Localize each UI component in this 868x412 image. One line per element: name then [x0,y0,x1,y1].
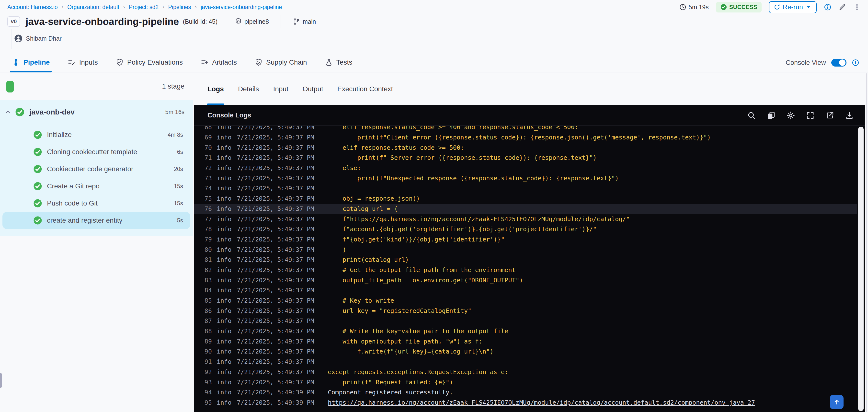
log-timestamp: 7/21/2025, 5:49:37 PM [237,195,315,202]
log-row-95: 95info7/21/2025, 5:49:39 PMhttps://qa.ha… [194,398,857,408]
clock-icon [679,4,686,10]
log-panel: LogsDetailsInputOutputExecution Context … [194,73,868,412]
chevron-up-icon[interactable] [4,108,11,116]
log-message: ) [328,246,346,253]
log-tab-output[interactable]: Output [303,73,323,105]
run-duration: 5m 19s [679,4,709,11]
log-level: info [217,154,231,161]
supply-chain-icon [254,58,263,67]
tab-policy-evaluations[interactable]: Policy Evaluations [116,53,183,72]
breadcrumb-link-organization-default[interactable]: Organization: default [67,4,119,10]
log-row-90: 90info7/21/2025, 5:49:37 PM f.write(f"{u… [194,346,857,357]
success-check-icon [11,107,25,117]
log-level: info [217,369,231,376]
settings-icon[interactable] [786,111,795,120]
avatar [14,34,23,42]
log-timestamp: 7/21/2025, 5:49:37 PM [237,134,315,141]
log-message: with open(output_file_path, "w") as f: [328,338,483,345]
step-item-push-code-to-git[interactable]: Push code to Git15s [0,195,193,212]
log-level: info [217,164,231,171]
branch-name: main [303,18,316,25]
step-item-initialize[interactable]: Initialize4m 8s [0,126,193,144]
step-duration: 4m 8s [167,132,183,138]
console-scrollbar-thumb[interactable] [858,127,864,411]
log-list: 68info7/21/2025, 5:49:37 PM elif respons… [194,126,857,408]
log-tab-execution-context[interactable]: Execution Context [337,73,393,105]
success-check-icon [33,199,42,208]
log-tab-details[interactable]: Details [238,73,259,105]
step-item-create-and-register-entity[interactable]: create and register entity5s [2,212,190,229]
log-timestamp: 7/21/2025, 5:49:37 PM [237,307,315,314]
search-icon[interactable] [747,111,756,120]
tab-tests[interactable]: Tests [324,53,352,72]
copy-icon[interactable] [767,111,776,120]
download-icon[interactable] [845,111,854,120]
log-link[interactable]: https://qa.harness.io/ng/account/zEaak-F… [350,216,626,223]
log-line-number: 68 [194,126,212,131]
stage-row[interactable]: java-onb-dev 5m 16s [0,100,193,124]
log-timestamp: 7/21/2025, 5:49:37 PM [237,175,315,182]
breadcrumb-separator: › [123,4,125,10]
step-name: Cloning cookiecutter template [47,148,177,156]
success-check-icon [33,165,42,173]
log-line-number: 84 [194,287,212,294]
log-timestamp: 7/21/2025, 5:49:37 PM [237,154,315,161]
log-timestamp: 7/21/2025, 5:49:37 PM [237,236,315,243]
log-line-number: 93 [194,379,212,386]
run-meta: 5m 19s SUCCESS Re-run [679,1,861,13]
log-timestamp: 7/21/2025, 5:49:37 PM [237,348,315,355]
log-line-number: 71 [194,154,212,161]
step-duration: 6s [177,149,183,155]
step-name: Cookiecutter code generator [47,165,174,173]
log-message: obj = response.json() [328,195,420,202]
log-message: catalog_url = ( [328,205,398,212]
console-view-info-icon[interactable] [852,59,859,66]
step-name: Push code to Git [47,199,174,207]
stage-status-square[interactable] [6,81,14,93]
console-view-toggle[interactable] [831,59,846,67]
log-line-number: 87 [194,317,212,324]
log-row-86: 86info7/21/2025, 5:49:37 PM url_key = "r… [194,306,857,316]
tab-artifacts[interactable]: Artifacts [200,53,237,72]
log-link[interactable]: https://qa.harness.io/ng/account/zEaak-F… [328,399,755,406]
tab-pipeline[interactable]: Pipeline [12,53,50,72]
log-message: else: [328,164,361,171]
repo-chip[interactable]: pipeline8 [235,18,269,25]
rerun-button[interactable]: Re-run [769,1,817,13]
log-tab-logs[interactable]: Logs [208,73,224,105]
log-tab-input[interactable]: Input [273,73,288,105]
inputs-icon [67,58,75,67]
tab-inputs[interactable]: Inputs [67,53,98,72]
step-name: create and register entity [47,217,177,224]
breadcrumb-link-pipelines[interactable]: Pipelines [168,4,191,10]
step-item-cookiecutter-code-generator[interactable]: Cookiecutter code generator20s [0,160,193,178]
log-message: print(f" Request failed: {e}") [328,379,453,386]
breadcrumb-link-project-sd2[interactable]: Project: sd2 [129,4,158,10]
stage-name: java-onb-dev [29,108,165,116]
log-message: print(f"Client error ({response.status_c… [328,134,711,141]
log-line-number: 73 [194,175,212,182]
timeline-connector [11,29,11,49]
log-message: https://qa.harness.io/ng/account/zEaak-F… [328,399,755,406]
step-item-cloning-cookiecutter-template[interactable]: Cloning cookiecutter template6s [0,144,193,160]
log-level: info [217,307,231,314]
open-in-new-icon[interactable] [826,111,834,120]
fullscreen-icon[interactable] [806,111,815,120]
kebab-menu-icon[interactable] [853,3,861,11]
log-level: info [217,287,231,294]
log-timestamp: 7/21/2025, 5:49:37 PM [237,144,315,151]
log-row-92: 92info7/21/2025, 5:49:37 PMexcept reques… [194,367,857,377]
edit-pencil-icon[interactable] [839,3,846,11]
panel-drag-handle[interactable] [0,373,2,388]
scroll-to-top-button[interactable] [830,395,843,409]
breadcrumb-link-java-service-onboarding-pipeline[interactable]: java-service-onboarding-pipeline [200,4,282,10]
step-item-create-a-git-repo[interactable]: Create a Git repo15s [0,178,193,195]
breadcrumb-link-account-harness-io[interactable]: Account: Harness.io [7,4,58,10]
refresh-icon [774,4,780,10]
info-icon[interactable] [824,3,831,11]
branch-chip[interactable]: main [293,18,316,25]
tab-supply-chain[interactable]: Supply Chain [254,53,307,72]
window-scrollbar[interactable] [866,73,867,412]
log-row-80: 80info7/21/2025, 5:49:37 PM ) [194,245,857,255]
console-title: Console Logs [208,112,251,119]
